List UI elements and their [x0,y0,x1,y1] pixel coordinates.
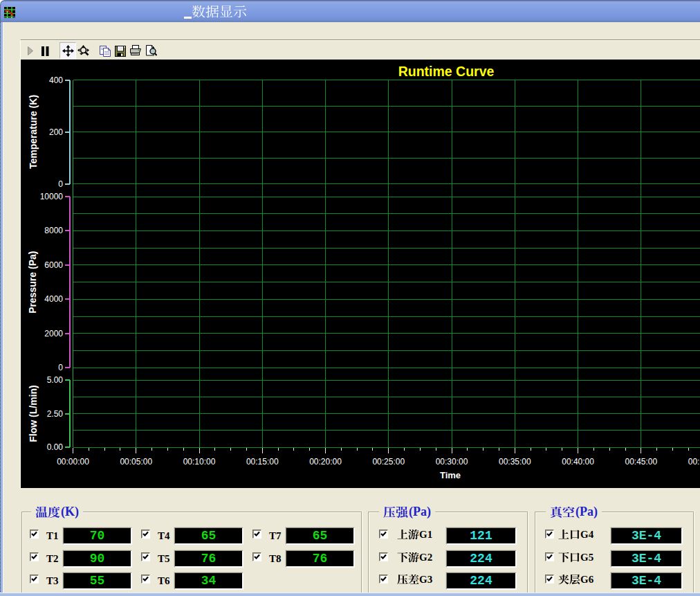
svg-text:00:45:00: 00:45:00 [625,457,657,467]
svg-text:5.00: 5.00 [47,375,64,385]
svg-text:6000: 6000 [44,260,63,270]
svg-text:00:00:00: 00:00:00 [57,457,89,467]
svg-text:4000: 4000 [44,294,63,304]
svg-text:00:15:00: 00:15:00 [246,457,279,467]
svg-text:Temperature (K): Temperature (K) [28,95,39,169]
svg-text:10000: 10000 [40,192,64,201]
svg-text:Runtime Curve: Runtime Curve [398,64,495,79]
svg-text:8000: 8000 [44,226,63,235]
svg-text:400: 400 [49,75,63,85]
svg-text:00:30:00: 00:30:00 [436,457,468,467]
svg-text:0: 0 [58,363,63,372]
svg-text:00:35:00: 00:35:00 [499,457,531,467]
svg-text:00:05:00: 00:05:00 [120,457,152,467]
svg-text:200: 200 [49,127,63,137]
svg-text:00:10:00: 00:10:00 [183,457,216,467]
svg-text:00:20:00: 00:20:00 [309,457,342,467]
svg-text:00:50:00: 00:50:00 [688,457,700,467]
svg-text:00:40:00: 00:40:00 [562,457,594,467]
svg-text:0: 0 [58,179,63,189]
svg-text:00:25:00: 00:25:00 [372,457,405,467]
svg-text:2.50: 2.50 [47,409,64,419]
svg-text:Pressure (Pa): Pressure (Pa) [28,251,39,314]
svg-text:2000: 2000 [44,329,63,338]
svg-text:0.00: 0.00 [47,442,64,452]
svg-text:Flow (L/min): Flow (L/min) [28,385,39,442]
svg-text:Time: Time [440,470,461,480]
